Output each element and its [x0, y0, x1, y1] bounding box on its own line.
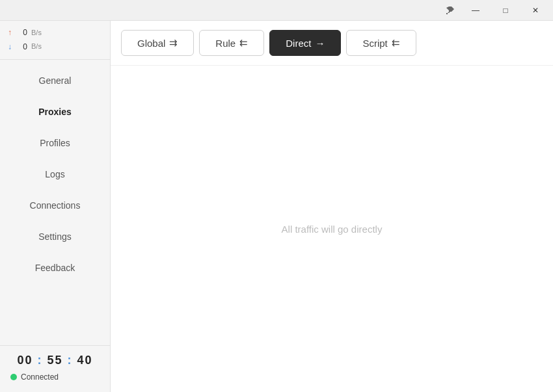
tab-bar: Global ⇉ Rule ⇇ Direct → Script ⇇ — [111, 21, 553, 66]
app-body: ↑ 0 B/s ↓ 0 B/s General Proxies Profiles… — [0, 21, 553, 392]
connection-status-row: Connected — [10, 372, 100, 382]
pin-button[interactable] — [440, 0, 461, 21]
sidebar-stats: ↑ 0 B/s ↓ 0 B/s — [0, 21, 110, 60]
download-stat-row: ↓ 0 B/s — [8, 40, 102, 55]
sidebar-item-profiles[interactable]: Profiles — [5, 129, 105, 157]
tab-global-icon: ⇉ — [169, 37, 178, 49]
sidebar-item-feedback[interactable]: Feedback — [5, 254, 105, 282]
tab-rule[interactable]: Rule ⇇ — [199, 30, 264, 56]
sidebar-item-settings[interactable]: Settings — [5, 222, 105, 251]
title-bar: — □ ✕ — [0, 0, 553, 21]
sidebar-footer: 00 : 55 : 40 Connected — [0, 345, 110, 392]
connection-status-label: Connected — [21, 372, 59, 382]
sidebar-nav: General Proxies Profiles Logs Connection… — [0, 60, 110, 345]
sidebar: ↑ 0 B/s ↓ 0 B/s General Proxies Profiles… — [0, 21, 111, 392]
tab-rule-label: Rule — [215, 38, 236, 49]
upload-value: 0 — [16, 26, 27, 40]
close-button[interactable]: ✕ — [520, 0, 550, 21]
sidebar-item-general[interactable]: General — [5, 66, 105, 95]
timer-minutes: 55 — [47, 354, 62, 367]
download-arrow-icon: ↓ — [8, 40, 12, 55]
maximize-button[interactable]: □ — [491, 0, 520, 21]
tab-direct[interactable]: Direct → — [269, 30, 341, 56]
download-unit: B/s — [31, 40, 42, 53]
tab-direct-icon: → — [315, 38, 325, 49]
tab-script-label: Script — [362, 38, 387, 49]
timer-colon-1: : — [33, 354, 47, 367]
main-content: Global ⇉ Rule ⇇ Direct → Script ⇇ All tr… — [111, 21, 553, 392]
tab-rule-icon: ⇇ — [239, 37, 248, 49]
content-area: All traffic will go directly — [111, 66, 553, 392]
sidebar-item-connections[interactable]: Connections — [5, 191, 105, 220]
connection-timer: 00 : 55 : 40 — [10, 354, 100, 367]
status-dot-icon — [10, 374, 17, 380]
tab-global-label: Global — [137, 38, 165, 49]
tab-direct-label: Direct — [286, 38, 311, 49]
empty-state-message: All traffic will go directly — [282, 224, 383, 235]
upload-arrow-icon: ↑ — [8, 26, 12, 40]
timer-seconds: 40 — [77, 354, 93, 367]
timer-colon-2: : — [63, 354, 77, 367]
upload-unit: B/s — [31, 27, 42, 40]
minimize-button[interactable]: — — [461, 0, 491, 21]
tab-global[interactable]: Global ⇉ — [121, 30, 194, 56]
download-value: 0 — [16, 40, 27, 55]
sidebar-item-logs[interactable]: Logs — [5, 160, 105, 189]
timer-hours: 00 — [17, 354, 33, 367]
tab-script[interactable]: Script ⇇ — [346, 30, 416, 56]
tab-script-icon: ⇇ — [392, 37, 400, 49]
sidebar-item-proxies[interactable]: Proxies — [5, 98, 105, 126]
upload-stat-row: ↑ 0 B/s — [8, 26, 102, 40]
